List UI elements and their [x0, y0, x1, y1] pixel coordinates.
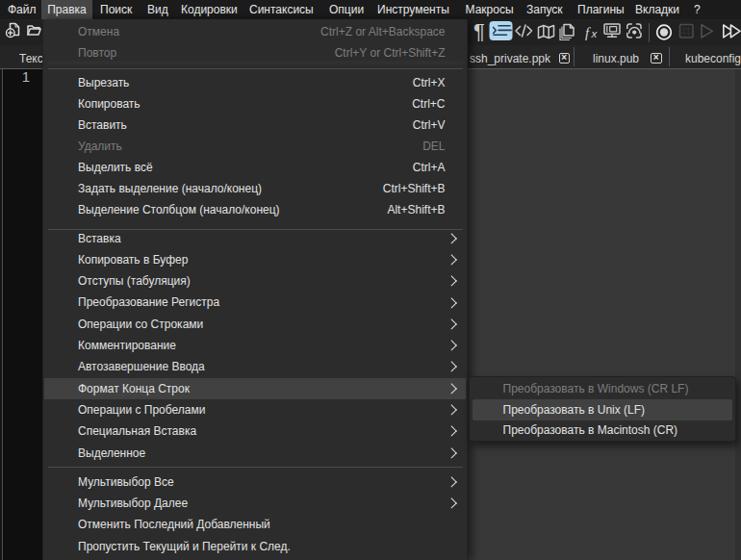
- svg-text:f: f: [585, 25, 591, 40]
- svg-text:¶: ¶: [473, 19, 485, 43]
- svg-text:x: x: [591, 28, 599, 39]
